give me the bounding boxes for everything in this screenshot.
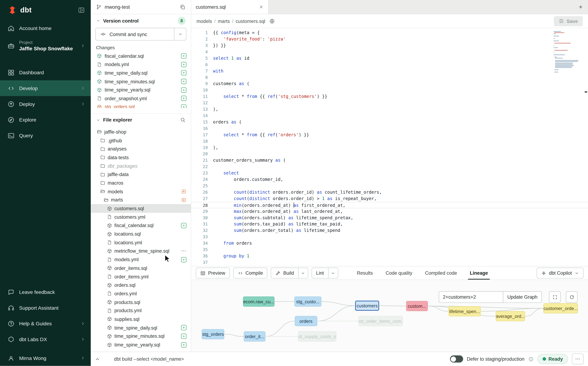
tree-item-data-tests[interactable]: data-tests <box>91 153 191 162</box>
code-line-30[interactable]: 30 sum(orders.subtotal) as lifetime_spen… <box>191 215 588 221</box>
code-line-29[interactable]: 29 max(orders.ordered_at) as last_ordere… <box>191 208 588 215</box>
sidebar-item-help-guides[interactable]: Help & Guides <box>0 316 91 331</box>
sidebar-item-support-assistant[interactable]: Support Assistant <box>0 300 91 316</box>
minimap[interactable] <box>554 31 581 74</box>
build-button[interactable]: Build <box>271 267 308 278</box>
file-menu-icon[interactable] <box>181 248 186 254</box>
tree-item-orders-yml[interactable]: orders.yml <box>91 290 191 298</box>
untracked-add-icon[interactable] <box>181 257 186 262</box>
status-badge[interactable]: Ready <box>537 354 568 364</box>
docs-globe-icon[interactable] <box>269 18 275 24</box>
changed-file-fiscal-calendar-sql[interactable]: fiscal_calendar.sql <box>91 52 191 60</box>
lint-options-button[interactable] <box>328 268 338 278</box>
tree-item-locations-sql[interactable]: locations.sql <box>91 230 191 238</box>
code-line-21[interactable]: 21customer_orders_summary as ( <box>191 157 588 164</box>
sidebar-item-project[interactable]: ProjectJaffle Shop Snowflake <box>0 36 91 56</box>
copy-branch-icon[interactable] <box>180 4 186 10</box>
sidebar-item-explore[interactable]: Explore <box>0 112 91 128</box>
code-line-12[interactable]: 12 <box>191 100 588 106</box>
stage-add-icon[interactable] <box>181 96 186 101</box>
editor-scrollbar[interactable] <box>585 91 587 92</box>
stage-add-icon[interactable] <box>181 104 186 108</box>
untracked-add-icon[interactable] <box>181 325 186 330</box>
code-line-10[interactable]: 10 <box>191 87 588 93</box>
code-line-31[interactable]: 31 sum(orders.tax_paid) as lifetime_tax_… <box>191 221 588 227</box>
tree-item-locations-yml[interactable]: locations.yml <box>91 238 191 247</box>
sidebar-item-leave-feedback[interactable]: Leave feedback <box>0 284 91 300</box>
code-line-19[interactable]: 19), <box>191 145 588 151</box>
code-line-9[interactable]: 9customers as ( <box>191 81 588 87</box>
code-line-16[interactable]: 16 <box>191 125 588 132</box>
tree-item-order-items-sql[interactable]: order_items.sql <box>91 264 191 272</box>
code-line-2[interactable]: 2 'favorite_food': 'pizza' <box>191 36 588 42</box>
tree-item-time-spine-yearly-sql[interactable]: time_spine_yearly.sql <box>91 340 191 349</box>
tab-customers-sql[interactable]: customers.sql <box>191 0 268 14</box>
changed-file-stg-orders-sql[interactable]: stg_orders.sql <box>91 103 191 108</box>
code-line-5[interactable]: 5select 1 as id <box>191 55 588 62</box>
lint-button[interactable]: Lint <box>312 267 338 278</box>
lineage-node-test-supply-costs-s[interactable]: test_supply_costs_s... <box>298 331 336 342</box>
untracked-add-icon[interactable] <box>181 342 186 347</box>
commit-options-button[interactable] <box>174 28 186 40</box>
version-control-header[interactable]: Version control 8 <box>91 14 191 27</box>
code-line-8[interactable]: 8 <box>191 74 588 81</box>
untracked-add-icon[interactable] <box>181 223 186 228</box>
sidebar-item-dbt-labs-dx[interactable]: dbt Labs DX <box>0 331 91 347</box>
cli-command[interactable]: dbt build --select <model_name> <box>114 356 184 362</box>
collapse-sidebar-icon[interactable] <box>78 7 85 14</box>
lineage-node-average-ord[interactable]: average_ord... <box>496 311 525 321</box>
tree-item-github[interactable]: .github <box>91 136 191 145</box>
code-line-3[interactable]: 3}) }} <box>191 42 588 49</box>
preview-button[interactable]: Preview <box>196 267 230 278</box>
tab-code-quality[interactable]: Code quality <box>379 267 419 280</box>
code-line-4[interactable]: 4 <box>191 49 588 55</box>
lineage-selector-input[interactable] <box>439 291 503 303</box>
tree-item-analyses[interactable]: analyses <box>91 145 191 153</box>
close-tab-icon[interactable] <box>259 4 263 9</box>
tree-item-products-yml[interactable]: products.yml <box>91 306 191 315</box>
search-icon[interactable] <box>180 117 186 123</box>
tree-item-customers-sql[interactable]: customers.sql <box>91 204 191 213</box>
changed-file-models-yml[interactable]: models.yml <box>91 60 191 69</box>
sidebar-item-dashboard[interactable]: Dashboard <box>0 64 91 80</box>
code-editor[interactable]: 1{{ config(meta = {2 'favorite_food': 'p… <box>191 28 588 266</box>
tree-item-models-yml[interactable]: models.yml <box>91 255 191 264</box>
save-button[interactable]: Save <box>554 16 583 26</box>
tree-item-macros[interactable]: macros <box>91 179 191 187</box>
code-line-23[interactable]: 23 select <box>191 170 588 176</box>
stage-add-icon[interactable] <box>181 87 186 92</box>
tab-lineage[interactable]: Lineage <box>463 267 494 280</box>
sidebar-item-mirna-wong[interactable]: Mirna Wong <box>0 350 91 366</box>
commit-and-sync-button[interactable]: Commit and sync <box>95 28 186 40</box>
tree-item-models[interactable]: models <box>91 187 191 196</box>
tree-item-dbt-packages[interactable]: dbt_packages <box>91 162 191 170</box>
code-line-18[interactable]: 18 <box>191 138 588 145</box>
changed-file-order-snapshot-yml[interactable]: order_snapshot.yml <box>91 94 191 103</box>
breadcrumb-file[interactable]: customers.sql <box>236 18 265 24</box>
sidebar-item-deploy[interactable]: Deploy <box>0 96 91 112</box>
refresh-graph-button[interactable] <box>566 291 577 303</box>
tree-item-fiscal-calendar-sql[interactable]: fiscal_calendar.sql <box>91 221 191 230</box>
tree-item-supplies-sql[interactable]: supplies.sql <box>91 315 191 323</box>
tree-item-metricflow-time-spine-sql[interactable]: metricflow_time_spine.sql <box>91 247 191 255</box>
breadcrumb-marts[interactable]: marts <box>218 18 230 24</box>
code-line-32[interactable]: 32 sum(orders.order_total) as lifetime_s… <box>191 227 588 234</box>
lineage-node-order-it[interactable]: order_it... <box>244 331 266 342</box>
file-explorer-header[interactable]: File explorer <box>91 113 191 126</box>
breadcrumb-models[interactable]: models <box>197 18 212 24</box>
lineage-node-custom[interactable]: custom... <box>406 301 428 311</box>
tree-item-order-items-yml[interactable]: order_items.yml <box>91 272 191 281</box>
lineage-node-customer-orde[interactable]: customer_orde... <box>543 303 578 313</box>
code-line-33[interactable]: 33 <box>191 234 588 240</box>
tree-item-jaffle-shop[interactable]: jaffle-shop <box>91 128 191 136</box>
code-line-13[interactable]: 13), <box>191 106 588 113</box>
tree-item-orders-sql[interactable]: orders.sql <box>91 281 191 290</box>
lineage-node-stg-custo[interactable]: stg_custo... <box>294 297 321 307</box>
defer-toggle[interactable] <box>450 355 463 362</box>
untracked-add-icon[interactable] <box>181 334 186 339</box>
tab-results[interactable]: Results <box>350 267 379 280</box>
code-line-14[interactable]: 14 <box>191 113 588 119</box>
lineage-node-customers[interactable]: customers <box>355 301 379 311</box>
code-line-34[interactable]: 34 from orders <box>191 240 588 247</box>
code-line-26[interactable]: 26 count(distinct orders.order_id) as co… <box>191 189 588 196</box>
